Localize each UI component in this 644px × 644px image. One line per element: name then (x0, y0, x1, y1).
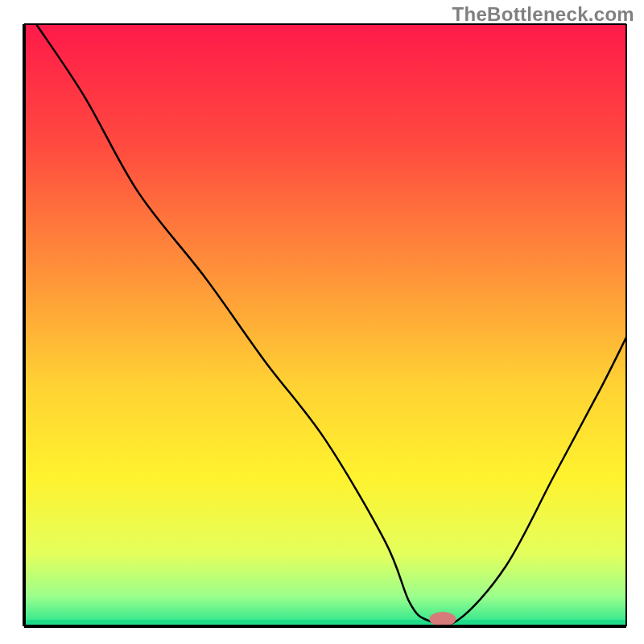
chart-canvas: TheBottleneck.com (0, 0, 644, 644)
optimal-marker (429, 612, 456, 626)
bottleneck-chart-svg (0, 0, 644, 644)
plot-background (24, 24, 626, 626)
